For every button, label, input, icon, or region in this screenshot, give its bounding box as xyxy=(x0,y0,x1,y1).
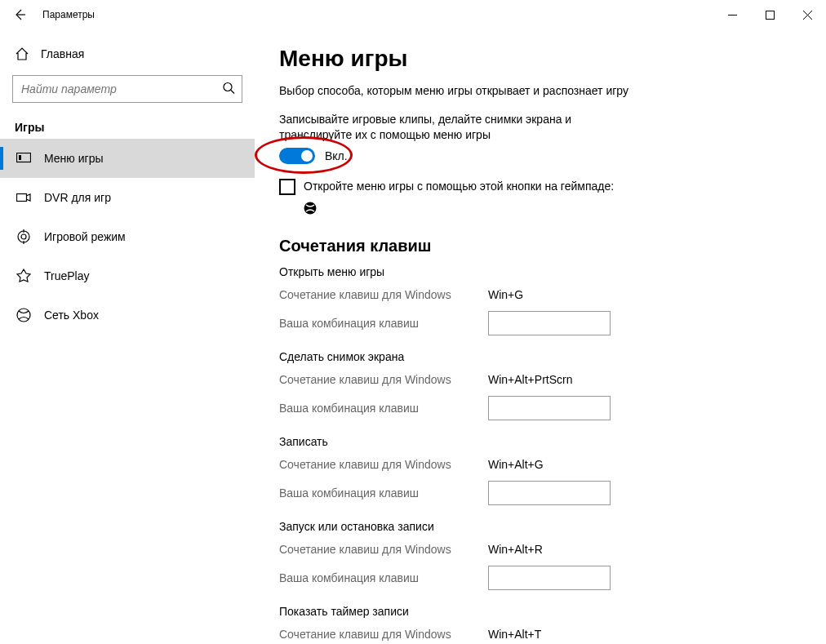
shortcut-title: Открыть меню игры xyxy=(279,265,802,278)
svg-rect-9 xyxy=(17,194,27,202)
trueplay-icon xyxy=(15,269,33,283)
shortcut-row: Ваша комбинация клавиш xyxy=(279,396,802,420)
svg-rect-2 xyxy=(766,11,774,19)
shortcut-windows-label: Сочетание клавиш для Windows xyxy=(279,288,488,301)
sidebar-home-label: Главная xyxy=(41,47,84,60)
shortcut-user-input[interactable] xyxy=(488,396,611,420)
shortcut-windows-label: Сочетание клавиш для Windows xyxy=(279,628,488,641)
toggle-switch[interactable] xyxy=(279,148,315,164)
shortcut-windows-value: Win+Alt+T xyxy=(488,628,541,641)
search-box[interactable] xyxy=(12,75,242,103)
shortcut-row: Сочетание клавиш для WindowsWin+Alt+T xyxy=(279,623,802,644)
toggle-knob xyxy=(301,150,313,162)
checkbox-label: Откройте меню игры с помощью этой кнопки… xyxy=(304,179,614,193)
svg-point-5 xyxy=(224,83,232,91)
shortcut-user-label: Ваша комбинация клавиш xyxy=(279,317,488,330)
search-input[interactable] xyxy=(13,76,242,102)
shortcut-row: Ваша комбинация клавиш xyxy=(279,566,802,590)
sidebar-item-label: Игровой режим xyxy=(44,230,126,243)
shortcut-block: Запуск или остановка записиСочетание кла… xyxy=(279,520,802,590)
home-icon xyxy=(15,47,33,61)
dvr-icon xyxy=(15,192,33,203)
shortcuts-heading: Сочетания клавиш xyxy=(279,237,802,255)
svg-point-15 xyxy=(304,202,317,214)
page-subtitle: Выбор способа, которым меню игры открыва… xyxy=(279,83,630,99)
shortcut-windows-label: Сочетание клавиш для Windows xyxy=(279,458,488,471)
maximize-button[interactable] xyxy=(751,0,788,29)
toggle-description: Записывайте игровые клипы, делайте снимк… xyxy=(279,112,630,143)
shortcut-windows-value: Win+Alt+PrtScrn xyxy=(488,373,572,386)
svg-point-10 xyxy=(18,231,29,242)
shortcut-windows-value: Win+G xyxy=(488,288,523,301)
shortcut-user-input[interactable] xyxy=(488,566,611,590)
game-mode-icon xyxy=(15,229,33,244)
shortcut-user-input[interactable] xyxy=(488,481,611,505)
toggle-row: Вкл. xyxy=(279,148,802,164)
shortcut-windows-value: Win+Alt+G xyxy=(488,458,544,471)
xbox-button-icon xyxy=(304,202,802,217)
sidebar-item-label: Меню игры xyxy=(44,152,104,165)
close-icon xyxy=(803,11,812,20)
close-button[interactable] xyxy=(788,0,826,29)
sidebar-item-label: DVR для игр xyxy=(44,191,111,204)
checkbox-row: Откройте меню игры с помощью этой кнопки… xyxy=(279,179,802,195)
page-title: Меню игры xyxy=(279,46,802,72)
svg-point-14 xyxy=(17,309,30,322)
sidebar-item-label: TruePlay xyxy=(44,269,90,282)
shortcut-row: Ваша комбинация клавиш xyxy=(279,311,802,335)
shortcut-row: Сочетание клавиш для WindowsWin+Alt+R xyxy=(279,538,802,561)
shortcut-title: Запуск или остановка записи xyxy=(279,520,802,533)
titlebar: Параметры xyxy=(0,0,826,29)
shortcut-block: Открыть меню игрыСочетание клавиш для Wi… xyxy=(279,265,802,335)
shortcut-user-input[interactable] xyxy=(488,311,611,335)
window-title: Параметры xyxy=(42,9,95,20)
toggle-label: Вкл. xyxy=(325,149,348,162)
sidebar-item-game-dvr[interactable]: DVR для игр xyxy=(0,178,255,217)
sidebar: Главная Игры Меню игры DVR для игр xyxy=(0,29,255,644)
back-button[interactable] xyxy=(8,3,31,26)
shortcut-row: Сочетание клавиш для WindowsWin+G xyxy=(279,283,802,306)
shortcut-row: Сочетание клавиш для WindowsWin+Alt+G xyxy=(279,453,802,476)
shortcut-block: ЗаписатьСочетание клавиш для WindowsWin+… xyxy=(279,435,802,505)
minimize-icon xyxy=(728,11,737,20)
shortcut-row: Сочетание клавиш для WindowsWin+Alt+PrtS… xyxy=(279,368,802,391)
maximize-icon xyxy=(766,11,775,20)
shortcut-title: Записать xyxy=(279,435,802,448)
shortcut-user-label: Ваша комбинация клавиш xyxy=(279,402,488,415)
svg-point-11 xyxy=(21,234,26,239)
sidebar-home[interactable]: Главная xyxy=(0,38,255,70)
svg-line-6 xyxy=(231,91,234,94)
xbox-icon xyxy=(15,308,33,322)
shortcut-title: Показать таймер записи xyxy=(279,605,802,618)
shortcut-block: Сделать снимок экранаСочетание клавиш дл… xyxy=(279,350,802,420)
shortcut-user-label: Ваша комбинация клавиш xyxy=(279,571,488,584)
shortcut-user-label: Ваша комбинация клавиш xyxy=(279,486,488,500)
sidebar-item-trueplay[interactable]: TruePlay xyxy=(0,256,255,295)
shortcut-windows-label: Сочетание клавиш для Windows xyxy=(279,543,488,556)
shortcut-windows-value: Win+Alt+R xyxy=(488,543,543,556)
window-controls xyxy=(713,0,826,29)
shortcut-windows-label: Сочетание клавиш для Windows xyxy=(279,373,488,386)
content: Меню игры Выбор способа, которым меню иг… xyxy=(255,29,826,644)
sidebar-item-xbox-network[interactable]: Сеть Xbox xyxy=(0,295,255,335)
search-icon xyxy=(222,82,235,97)
gamepad-checkbox[interactable] xyxy=(279,179,295,195)
sidebar-category: Игры xyxy=(0,103,255,139)
sidebar-item-game-mode[interactable]: Игровой режим xyxy=(0,217,255,256)
sidebar-item-game-bar[interactable]: Меню игры xyxy=(0,139,255,178)
shortcut-title: Сделать снимок экрана xyxy=(279,350,802,363)
minimize-button[interactable] xyxy=(713,0,751,29)
shortcut-block: Показать таймер записиСочетание клавиш д… xyxy=(279,605,802,644)
game-bar-icon xyxy=(15,153,33,164)
arrow-left-icon xyxy=(13,8,26,21)
svg-rect-8 xyxy=(19,155,21,160)
sidebar-item-label: Сеть Xbox xyxy=(44,309,99,322)
shortcut-row: Ваша комбинация клавиш xyxy=(279,481,802,505)
